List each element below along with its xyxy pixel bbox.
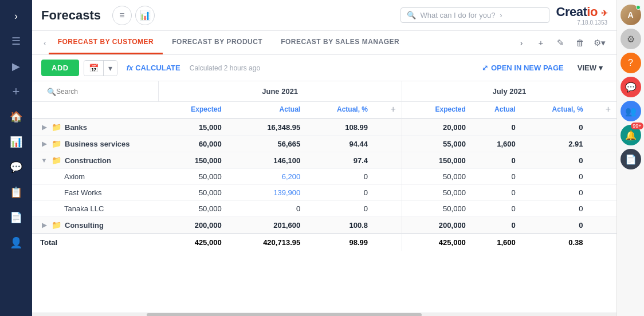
add-tab-button[interactable]: +: [533, 35, 549, 51]
team-chat-button[interactable]: 👥: [621, 101, 641, 121]
group-name: Business services: [65, 140, 129, 148]
nav-list[interactable]: 📋: [5, 181, 28, 204]
folder-icon: 📁: [52, 123, 61, 132]
settings-button[interactable]: ⚙: [621, 29, 641, 49]
documents-button[interactable]: 📄: [621, 149, 641, 169]
group-row-consulting: ▶ 📁 Consulting 200,000 201,600 100.8 200…: [32, 217, 616, 234]
right-sidebar: A ⚙ ? 💬 👥 🔔 99+ 📄: [616, 0, 644, 316]
chart-view-button[interactable]: 📊: [135, 6, 155, 25]
expand-icon[interactable]: ▼: [40, 157, 48, 164]
search-icon: 🔍: [407, 11, 416, 19]
calendar-dropdown-button[interactable]: ▾: [104, 61, 117, 76]
june-add-column-button[interactable]: +: [388, 104, 398, 114]
notifications-button[interactable]: 🔔 99+: [621, 125, 641, 145]
expand-icon[interactable]: ▶: [40, 124, 48, 131]
nav-play[interactable]: ▶: [5, 55, 28, 78]
jun-expected-cell: 200,000: [158, 217, 225, 234]
page-title: Forecasts: [41, 8, 101, 23]
header: Forecasts ≡ 📊 🔍 What can I do for you? ›…: [32, 0, 616, 31]
expand-icon[interactable]: ▶: [40, 140, 48, 148]
chat-active-button[interactable]: 💬: [621, 77, 641, 97]
fx-icon: fx: [127, 64, 133, 72]
open-new-icon: ⤢: [482, 64, 488, 72]
jun-actual-cell: 16,348.95: [225, 118, 304, 136]
nav-doc[interactable]: 📄: [5, 206, 28, 229]
list-view-button[interactable]: ≡: [112, 6, 132, 25]
forecast-table: 🔍 June 2021 July 2021 Expected Actual Ac…: [32, 81, 616, 251]
tab-forecast-by-customer[interactable]: FORECAST BY CUSTOMER: [49, 31, 163, 54]
total-jun-actual: 420,713.95: [225, 234, 304, 251]
group-name: Consulting: [65, 221, 104, 230]
scrollbar-thumb[interactable]: [147, 313, 422, 316]
jul-add-col[interactable]: +: [587, 102, 616, 119]
calendar-button-group: 📅 ▾: [84, 60, 117, 76]
child-jun-actual-pct: 0: [304, 169, 371, 185]
help-button[interactable]: ?: [621, 53, 641, 73]
user-avatar[interactable]: A: [621, 5, 641, 25]
nav-chat[interactable]: 💬: [5, 156, 28, 179]
jun-actual-cell: 56,665: [225, 136, 304, 152]
jul-actual-cell: 0: [469, 217, 519, 234]
jun-add-col[interactable]: +: [371, 102, 402, 119]
horizontal-scrollbar[interactable]: [32, 313, 616, 316]
child-jun-actual: 6,200: [225, 169, 304, 185]
nav-home[interactable]: 🏠: [5, 105, 28, 128]
child-jul-expected: 50,000: [402, 169, 469, 185]
view-toggle-buttons: ≡ 📊: [112, 6, 155, 25]
view-button[interactable]: VIEW ▾: [573, 61, 607, 75]
delete-tab-button[interactable]: 🗑: [572, 35, 588, 51]
child-jul-expected: 50,000: [402, 185, 469, 201]
jun-expected-cell: 150,000: [158, 152, 225, 169]
tab-forecast-by-sales-manager[interactable]: FORECAST BY SALES MANAGER: [272, 31, 409, 54]
sub-row: Axiom 50,000 6,200 0 50,000 0 0: [32, 169, 616, 185]
jul-actual-pct-cell: 0: [519, 152, 587, 169]
table-search-input[interactable]: [46, 88, 151, 96]
jun-actual-pct-col: Actual, %: [304, 102, 371, 119]
search-arrow-icon: ›: [500, 11, 502, 19]
open-in-new-page-button[interactable]: ⤢ OPEN IN NEW PAGE: [477, 61, 568, 75]
jun-expected-col: Expected: [158, 102, 225, 119]
notifications-badge: 99+: [631, 123, 643, 129]
tabs-nav-right-button[interactable]: ›: [513, 35, 529, 51]
view-dropdown-icon: ▾: [599, 64, 603, 72]
total-jun-actual-pct: 98.99: [304, 234, 371, 251]
nav-user[interactable]: 👤: [5, 231, 28, 254]
calculate-button[interactable]: fx CALCULATE: [122, 61, 185, 75]
jul-actual-cell: 1,600: [469, 136, 519, 152]
logo-version: 7.18.0.1353: [577, 19, 607, 26]
jul-actual-cell: 0: [469, 118, 519, 136]
group-row-banks: ▶ 📁 Banks 15,000 16,348.95 108.99 20,000…: [32, 118, 616, 136]
child-jul-actual-pct: 0: [519, 201, 587, 217]
main-content: Forecasts ≡ 📊 🔍 What can I do for you? ›…: [32, 0, 616, 316]
global-search-bar[interactable]: 🔍 What can I do for you? ›: [400, 7, 549, 23]
nav-charts[interactable]: 📊: [5, 131, 28, 153]
edit-tab-button[interactable]: ✎: [552, 35, 568, 51]
july-add-column-button[interactable]: +: [603, 104, 613, 114]
settings-tab-button[interactable]: ⚙▾: [591, 35, 607, 51]
add-button[interactable]: ADD: [41, 60, 79, 76]
jul-actual-pct-cell: 2.91: [519, 136, 587, 152]
child-name: Tanaka LLC: [64, 204, 104, 213]
jul-actual-col: Actual: [469, 102, 519, 119]
online-status-dot: [636, 5, 641, 10]
jun-expected-cell: 60,000: [158, 136, 225, 152]
tabs-prev-button[interactable]: ‹: [41, 31, 49, 54]
jul-expected-col: Expected: [402, 102, 469, 119]
jul-expected-cell: 150,000: [402, 152, 469, 169]
jun-expected-cell: 15,000: [158, 118, 225, 136]
tab-forecast-by-product[interactable]: FORECAST BY PRODUCT: [163, 31, 272, 54]
tabs-bar: ‹ FORECAST BY CUSTOMER FORECAST BY PRODU…: [32, 31, 616, 55]
calendar-icon-button[interactable]: 📅: [84, 61, 104, 76]
nav-toggle[interactable]: ›: [5, 5, 28, 27]
calculate-label: CALCULATE: [135, 64, 180, 72]
jun-actual-col: Actual: [225, 102, 304, 119]
child-jul-actual: 0: [469, 169, 519, 185]
child-jun-actual: 139,900: [225, 185, 304, 201]
nav-add[interactable]: +: [5, 80, 28, 103]
child-jun-actual-pct: 0: [304, 201, 371, 217]
expand-icon[interactable]: ▶: [40, 222, 48, 229]
jul-actual-pct-cell: 0: [519, 118, 587, 136]
total-label: Total: [40, 238, 57, 247]
nav-menu[interactable]: ☰: [5, 30, 28, 53]
jun-actual-cell: 201,600: [225, 217, 304, 234]
